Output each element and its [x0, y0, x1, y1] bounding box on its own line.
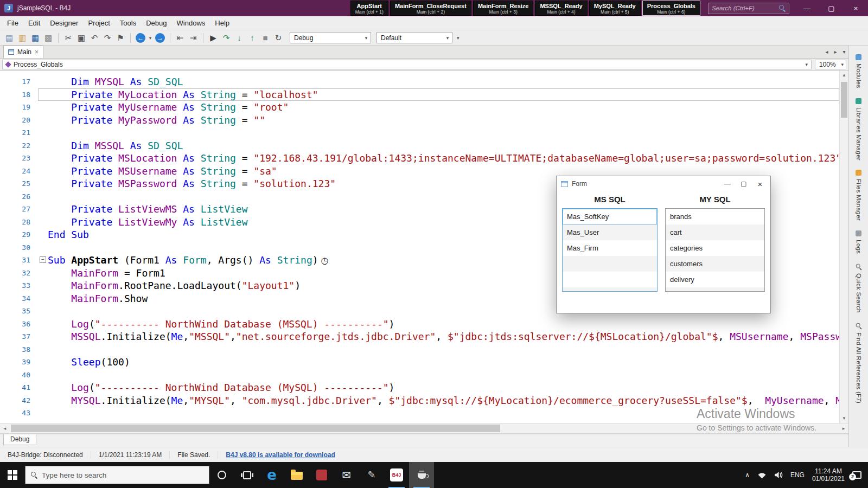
quick-button-mssql-ready[interactable]: MSSQL_ReadyMain (ctrl + 4): [535, 1, 587, 16]
undo-icon[interactable]: ↶: [88, 32, 100, 44]
maximize-button[interactable]: ▢: [819, 0, 844, 16]
step-over-icon[interactable]: ↷: [220, 32, 232, 44]
scroll-left-button[interactable]: ◂: [0, 426, 10, 431]
edge-browser-icon[interactable]: e: [259, 462, 284, 488]
list-item[interactable]: categories: [666, 240, 764, 256]
mail-icon[interactable]: ✉: [334, 462, 359, 488]
list-item[interactable]: Mas_SoftKey: [563, 209, 657, 224]
pen-app-icon[interactable]: ✎: [359, 462, 384, 488]
new-project-icon[interactable]: ▤: [3, 32, 15, 44]
menu-file[interactable]: File: [2, 16, 23, 30]
scroll-down-button[interactable]: ▼: [840, 414, 848, 423]
list-item[interactable]: delivery: [666, 272, 764, 287]
navigate-back-icon[interactable]: ←: [136, 33, 145, 43]
menu-edit[interactable]: Edit: [23, 16, 45, 30]
titlebar-search[interactable]: [708, 3, 789, 14]
sub-navigation-dropdown[interactable]: Process_Globals ▾: [2, 60, 812, 69]
scroll-up-button[interactable]: ▲: [840, 71, 848, 80]
list-item[interactable]: brands: [666, 209, 764, 224]
java-app-icon[interactable]: [409, 462, 434, 488]
quick-button-mainform-resize[interactable]: MainForm_ResizeMain (ctrl + 3): [473, 1, 534, 16]
tab-scroll-left-button[interactable]: ◂: [822, 49, 831, 55]
menu-debug[interactable]: Debug: [141, 16, 171, 30]
notification-center-icon[interactable]: 2: [852, 471, 861, 479]
menu-project[interactable]: Project: [83, 16, 114, 30]
quick-button-mysql-ready[interactable]: MySQL_ReadyMain (ctrl + 5): [589, 1, 641, 16]
store-icon[interactable]: [309, 462, 334, 488]
side-tab-files-manager[interactable]: Files Manager: [856, 170, 862, 221]
horizontal-scrollbar-track[interactable]: [10, 423, 839, 433]
side-tab-libraries-manager[interactable]: Libraries Manager: [856, 98, 862, 160]
list-item[interactable]: Mas_Firm: [563, 240, 657, 256]
update-download-link[interactable]: B4J v8.80 is available for download: [218, 451, 342, 459]
redo-icon[interactable]: ↷: [101, 32, 113, 44]
vertical-scrollbar[interactable]: ▲ ▼: [839, 71, 848, 423]
stop-icon[interactable]: ■: [259, 32, 271, 44]
fold-collapse-icon[interactable]: −: [40, 256, 46, 263]
volume-icon[interactable]: [774, 471, 783, 479]
taskbar-search[interactable]: [25, 466, 209, 484]
tab-list-button[interactable]: ▾: [840, 49, 848, 55]
task-view-button[interactable]: [234, 462, 259, 488]
menu-designer[interactable]: Designer: [45, 16, 83, 30]
save-all-icon[interactable]: ▩: [42, 32, 54, 44]
language-indicator[interactable]: ENG: [790, 471, 805, 479]
taskbar-clock[interactable]: 11:24 AM 01/01/2021: [812, 467, 845, 483]
toolbar-overflow-button[interactable]: ▾: [457, 35, 459, 41]
quick-button-process-globals[interactable]: Process_GlobalsMain (ctrl + 6): [642, 1, 700, 16]
taskbar-search-input[interactable]: [42, 471, 203, 479]
open-project-icon[interactable]: ▥: [16, 32, 28, 44]
side-tab-modules[interactable]: Modules: [856, 54, 862, 88]
menu-help[interactable]: Help: [210, 16, 234, 30]
form-window-titlebar[interactable]: Form — ▢ ×: [557, 176, 770, 191]
save-icon[interactable]: ▦: [29, 32, 41, 44]
cortana-button[interactable]: [209, 462, 234, 488]
step-into-icon[interactable]: ↓: [233, 32, 245, 44]
horizontal-scrollbar-thumb[interactable]: [11, 425, 500, 432]
b4j-ide-icon[interactable]: B4J: [384, 462, 409, 488]
mysql-listview[interactable]: brandscartcategoriescustomersdeliveryord…: [665, 208, 765, 292]
run-icon[interactable]: ▶: [207, 32, 219, 44]
menu-tools[interactable]: Tools: [115, 16, 141, 30]
restart-icon[interactable]: ↻: [272, 32, 284, 44]
indent-icon[interactable]: ⇥: [187, 32, 199, 44]
form-maximize-button[interactable]: ▢: [736, 176, 752, 191]
navigate-forward-icon[interactable]: →: [155, 33, 165, 43]
cut-icon[interactable]: ✂: [62, 32, 74, 44]
list-item[interactable]: orders: [666, 287, 764, 292]
network-icon[interactable]: [757, 472, 767, 479]
tray-expand-icon[interactable]: ∧: [745, 471, 750, 479]
debug-configuration-select[interactable]: Debug ▾: [290, 32, 371, 43]
build-configuration-select[interactable]: Default ▾: [376, 32, 452, 43]
tab-scroll-right-button[interactable]: ▸: [831, 49, 840, 55]
start-button[interactable]: [0, 462, 25, 488]
step-out-icon[interactable]: ↑: [246, 32, 258, 44]
form-close-button[interactable]: ×: [752, 176, 768, 191]
logs-panel-tab[interactable]: Debug: [3, 434, 36, 445]
mssql-listview[interactable]: Mas_SoftKeyMas_UserMas_Firm: [562, 208, 658, 292]
tab-close-button[interactable]: ×: [35, 48, 39, 56]
copy-icon[interactable]: ▣: [75, 32, 87, 44]
titlebar-search-input[interactable]: [712, 5, 779, 11]
quick-button-mainform-closerequest[interactable]: MainForm_CloseRequestMain (ctrl + 2): [390, 1, 471, 16]
side-tab-find-all-references[interactable]: Find All References (F7): [856, 323, 862, 403]
tab-main[interactable]: Main ×: [3, 46, 43, 58]
file-explorer-icon[interactable]: [284, 462, 309, 488]
list-item[interactable]: cart: [666, 224, 764, 240]
quick-button-appstart[interactable]: AppStartMain (ctrl + 1): [350, 1, 388, 16]
scroll-right-button[interactable]: ▸: [839, 426, 848, 431]
side-tab-quick-search[interactable]: Quick Search: [856, 264, 862, 313]
outdent-icon[interactable]: ⇤: [174, 32, 186, 44]
close-button[interactable]: ×: [844, 0, 868, 16]
minimize-button[interactable]: —: [795, 0, 819, 16]
bookmark-icon[interactable]: ⚑: [114, 32, 126, 44]
side-tab-logs[interactable]: Logs: [856, 230, 862, 254]
list-item[interactable]: customers: [666, 256, 764, 272]
navigate-back-caret[interactable]: ▾: [148, 32, 153, 44]
horizontal-scrollbar[interactable]: ◂ ▸: [0, 423, 848, 434]
vertical-scrollbar-thumb[interactable]: [841, 82, 847, 118]
menu-windows[interactable]: Windows: [172, 16, 210, 30]
list-item[interactable]: Mas_User: [563, 224, 657, 240]
zoom-select[interactable]: 100% ▾: [815, 60, 846, 69]
form-minimize-button[interactable]: —: [719, 176, 736, 191]
